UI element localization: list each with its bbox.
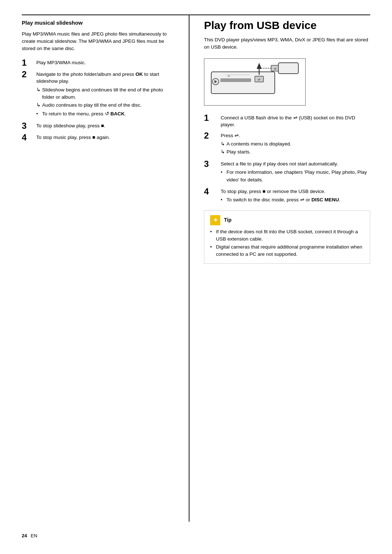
left-step-3-text: To stop slideshow play, press ■.: [36, 123, 105, 128]
tip-bullets: If the device does not fit into the USB …: [210, 228, 364, 258]
footer-lang: EN: [30, 533, 37, 539]
left-step-3-num: 3: [22, 122, 33, 130]
svg-text:⇌: ⇌: [258, 78, 261, 81]
usb-diagram: ⇌ ⇌ ⇌: [204, 58, 306, 106]
svg-rect-8: [278, 63, 298, 74]
right-column: Play from USB device This DVD player pla…: [189, 15, 370, 522]
left-column: Play musical slideshow Play MP3/WMA musi…: [22, 15, 174, 522]
left-step-2-num: 2: [22, 70, 33, 79]
right-step-3-text: Select a file to play if play does not s…: [221, 161, 338, 167]
left-step-2: 2 Navigate to the photo folder/album and…: [22, 71, 174, 119]
right-step-2-sublist: A contents menu is displayed. Play start…: [221, 140, 370, 156]
right-step-4-num: 4: [204, 187, 217, 196]
right-step-2: 2 Press ⇌. A contents menu is displayed.…: [204, 132, 370, 157]
right-step-4: 4 To stop play, press ■ or remove the US…: [204, 188, 370, 205]
right-step-3-bullet-1: For more information, see chapters 'Play…: [221, 169, 370, 184]
left-step-1-content: Play MP3/WMA music.: [36, 59, 174, 66]
right-step-3-num: 3: [204, 160, 217, 168]
right-step-2-text: Press ⇌.: [221, 133, 240, 138]
right-step-3: 3 Select a file to play if play does not…: [204, 160, 370, 184]
left-step-2-text: Navigate to the photo folder/album and p…: [36, 71, 159, 84]
tip-header: ✦ Tip: [210, 215, 364, 225]
tip-box: ✦ Tip If the device does not fit into th…: [204, 210, 370, 264]
right-step-4-text: To stop play, press ■ or remove the USB …: [221, 189, 326, 194]
right-step-2-sub-1: A contents menu is displayed.: [221, 140, 370, 148]
left-step-3: 3 To stop slideshow play, press ■.: [22, 122, 174, 130]
left-step-4-num: 4: [22, 133, 33, 142]
svg-rect-0: [211, 72, 275, 94]
left-step-2-content: Navigate to the photo folder/album and p…: [36, 71, 174, 119]
left-step-4: 4 To stop music play, press ■ again.: [22, 134, 174, 142]
right-step-2-content: Press ⇌. A contents menu is displayed. P…: [221, 132, 370, 157]
svg-rect-1: [220, 78, 251, 82]
right-step-1-content: Connect a USB flash drive to the ⇌ (USB)…: [221, 114, 370, 128]
tip-bullet-2: Digital cameras that require additional …: [210, 243, 364, 258]
right-step-1-text: Connect a USB flash drive to the ⇌ (USB)…: [221, 115, 355, 128]
left-step-4-text: To stop music play, press ■ again.: [36, 135, 110, 140]
left-step-1: 1 Play MP3/WMA music.: [22, 59, 174, 67]
right-step-3-content: Select a file to play if play does not s…: [221, 160, 370, 184]
right-step-1-num: 1: [204, 114, 217, 122]
tip-bullet-1: If the device does not fit into the USB …: [210, 228, 364, 243]
tip-label: Tip: [224, 216, 232, 223]
right-step-2-num: 2: [204, 131, 217, 140]
right-section-title: Play from USB device: [204, 19, 370, 32]
left-step-2-sub-2: Audio continues to play till the end of …: [36, 102, 174, 109]
right-step-4-content: To stop play, press ■ or remove the USB …: [221, 188, 370, 205]
left-step-2-bullets: To return to the menu, press ↺ BACK.: [36, 110, 174, 118]
page: Play musical slideshow Play MP3/WMA musi…: [0, 0, 392, 554]
footer-page-num: 24: [22, 533, 27, 539]
left-section-desc: Play MP3/WMA music files and JPEG photo …: [22, 30, 174, 53]
svg-text:⇌: ⇌: [274, 67, 277, 70]
right-section-desc: This DVD player plays/views MP3, WMA, Di…: [204, 36, 370, 51]
left-section-title: Play musical slideshow: [22, 19, 174, 27]
page-footer: 24 EN: [22, 533, 370, 539]
right-step-2-sub-2: Play starts.: [221, 148, 370, 156]
left-steps-list: 1 Play MP3/WMA music. 2 Navigate to the …: [22, 59, 174, 142]
left-step-2-sub-1: Slideshow begins and continues till the …: [36, 86, 174, 101]
left-step-1-num: 1: [22, 58, 33, 67]
tip-star-icon: ✦: [210, 215, 220, 225]
right-step-3-bullets: For more information, see chapters 'Play…: [221, 169, 370, 184]
left-step-1-text: Play MP3/WMA music.: [36, 60, 86, 65]
columns: Play musical slideshow Play MP3/WMA musi…: [22, 15, 370, 522]
left-step-3-content: To stop slideshow play, press ■.: [36, 122, 174, 130]
usb-diagram-svg: ⇌ ⇌ ⇌: [208, 61, 302, 103]
svg-marker-12: [257, 63, 262, 69]
left-step-2-sublist: Slideshow begins and continues till the …: [36, 86, 174, 109]
left-step-4-content: To stop music play, press ■ again.: [36, 134, 174, 141]
right-step-1: 1 Connect a USB flash drive to the ⇌ (US…: [204, 114, 370, 128]
left-step-2-bullet-1: To return to the menu, press ↺ BACK.: [36, 110, 174, 118]
right-step-4-bullet-1: To switch to the disc mode, press ⇌ or D…: [221, 196, 370, 204]
right-steps-list: 1 Connect a USB flash drive to the ⇌ (US…: [204, 114, 370, 205]
right-step-4-bullets: To switch to the disc mode, press ⇌ or D…: [221, 196, 370, 204]
